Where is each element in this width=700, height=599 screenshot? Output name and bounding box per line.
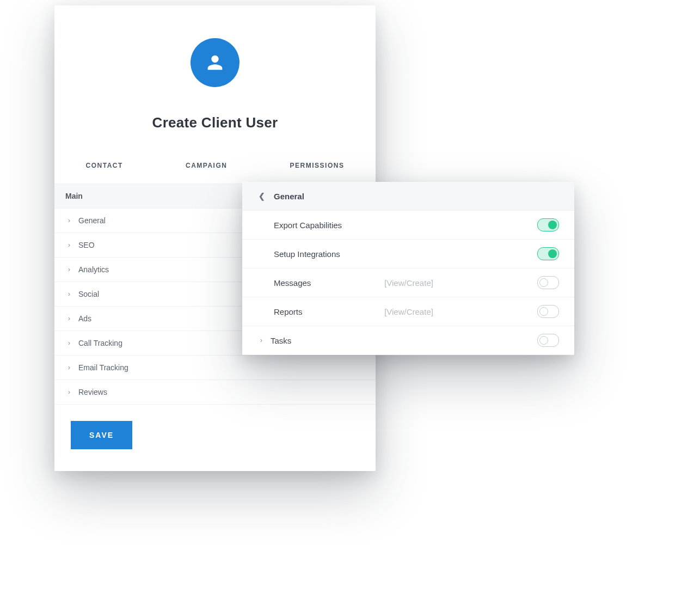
panel-header[interactable]: ❮ General (242, 182, 574, 211)
permission-toggle[interactable] (537, 334, 559, 347)
avatar-wrap (54, 5, 376, 87)
chevron-right-icon[interactable]: › (257, 337, 265, 344)
permission-row: Setup Integrations (242, 240, 574, 268)
save-button[interactable]: SAVE (71, 421, 132, 449)
chevron-right-icon: › (65, 388, 73, 396)
chevron-right-icon: › (65, 217, 73, 224)
category-label: Reviews (78, 388, 365, 396)
permission-label: Tasks (271, 336, 404, 345)
chevron-right-icon: › (65, 290, 73, 298)
permission-label: Export Capabilities (274, 221, 406, 230)
permission-hint: [View/Create] (384, 278, 433, 288)
permission-row: Export Capabilities (242, 211, 574, 240)
chevron-right-icon: › (65, 241, 73, 249)
permission-row: Messages[View/Create] (242, 268, 574, 297)
chevron-right-icon: › (65, 315, 73, 322)
permission-toggle[interactable] (537, 247, 559, 260)
page-title: Create Client User (54, 114, 376, 131)
permission-row: Reports[View/Create] (242, 297, 574, 326)
chevron-left-icon[interactable]: ❮ (257, 192, 266, 200)
category-row[interactable]: ›Email Tracking (54, 356, 376, 380)
permission-row: ›Tasks (242, 326, 574, 355)
person-icon (204, 52, 226, 74)
permission-hint: [View/Create] (384, 307, 433, 316)
permissions-panel: ❮ General Export CapabilitiesSetup Integ… (242, 182, 574, 355)
chevron-right-icon: › (65, 339, 73, 347)
category-row[interactable]: ›Reviews (54, 380, 376, 405)
tabs: CONTACT CAMPAIGN PERMISSIONS (54, 158, 376, 173)
chevron-right-icon: › (65, 364, 73, 371)
permission-toggle[interactable] (537, 218, 559, 231)
tab-permissions[interactable]: PERMISSIONS (290, 158, 345, 173)
category-label: Email Tracking (78, 363, 365, 372)
permission-label: Setup Integrations (274, 249, 406, 259)
tab-campaign[interactable]: CAMPAIGN (186, 158, 227, 173)
permission-toggle[interactable] (537, 305, 559, 318)
tab-contact[interactable]: CONTACT (86, 158, 123, 173)
permission-label: Reports (274, 307, 378, 316)
panel-title: General (274, 192, 559, 201)
permission-label: Messages (274, 278, 378, 288)
chevron-right-icon: › (65, 266, 73, 273)
avatar-icon (191, 38, 240, 87)
permission-toggle[interactable] (537, 276, 559, 289)
